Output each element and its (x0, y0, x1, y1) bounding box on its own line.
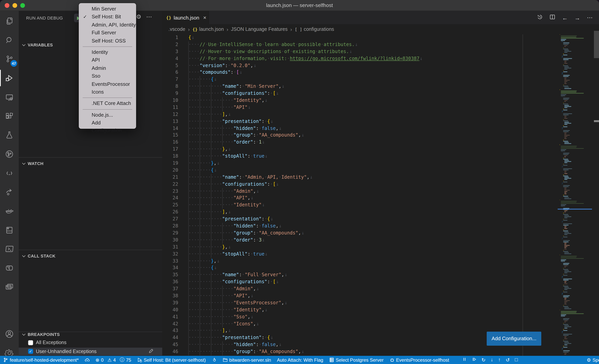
line-number[interactable]: 25 (162, 202, 178, 209)
breakpoint-row[interactable]: All Exceptions (19, 339, 162, 346)
breadcrumb-item[interactable]: [ ]configurations (295, 27, 334, 32)
code-line[interactable]: 21············"name":·"Admin,·API,·Ident… (162, 174, 599, 181)
line-number[interactable]: 19 (162, 160, 178, 167)
code-line[interactable]: 9············"configurations":·[↓ (162, 90, 599, 97)
code-line[interactable]: 37················"Admin",↓ (162, 285, 599, 293)
activity-powershell-icon[interactable] (0, 240, 19, 258)
line-number[interactable]: 41 (162, 313, 178, 320)
line-number[interactable]: 22 (162, 181, 178, 188)
menu-item-min-server[interactable]: Min Server (79, 5, 136, 13)
debug-step-out-icon[interactable]: ↑ (498, 357, 501, 363)
line-number[interactable]: 1 (162, 34, 178, 41)
line-number[interactable]: 40 (162, 306, 178, 313)
line-number[interactable]: 16 (162, 139, 178, 146)
activity-search-icon[interactable] (0, 31, 19, 49)
debug-step-into-icon[interactable]: ↓ (491, 357, 493, 363)
line-number[interactable]: 43 (162, 328, 178, 335)
tab-launch-json[interactable]: {} launch.json × (162, 11, 209, 24)
timeline-history-icon[interactable] (537, 14, 543, 21)
code-line[interactable]: 32············"stopAll":·true↓ (162, 251, 599, 258)
code-line[interactable]: 12············],↓ (162, 111, 599, 118)
line-number[interactable]: 30 (162, 237, 178, 244)
activity-extensions-icon[interactable] (0, 107, 19, 125)
activity-testing-icon[interactable] (0, 126, 19, 144)
activity-containers-icon[interactable] (0, 221, 19, 239)
section-variables[interactable]: VARIABLES (23, 43, 53, 47)
debug-gear-icon[interactable]: ⚙ (136, 13, 141, 20)
code-line[interactable]: 34········{↓ (162, 265, 599, 272)
line-number[interactable]: 6 (162, 69, 178, 76)
code-line[interactable]: 4····//·For·more·information,·visit:·htt… (162, 55, 599, 62)
line-number[interactable]: 36 (162, 279, 178, 285)
sidebar-more-icon[interactable]: ⋯ (146, 13, 152, 20)
line-number[interactable]: 2 (162, 41, 178, 48)
line-number[interactable]: 4 (162, 55, 178, 62)
line-number[interactable]: 7 (162, 76, 178, 83)
code-line[interactable]: 31············},↓ (162, 244, 599, 251)
activity-source-control-icon[interactable]: 47 (0, 50, 19, 69)
code-line[interactable]: 36············"configurations":·[↓ (162, 279, 599, 285)
menu-item-api[interactable]: API (79, 56, 136, 64)
line-number[interactable]: 28 (162, 223, 178, 230)
line-number[interactable]: 27 (162, 216, 178, 223)
menu-item-net-core-attach[interactable]: .NET Core Attach (79, 100, 136, 108)
editor-scrollbar[interactable] (594, 31, 599, 58)
line-number[interactable]: 37 (162, 285, 178, 293)
menu-item-identity[interactable]: Identity (79, 48, 136, 56)
debug-continue-icon[interactable] (472, 357, 476, 363)
section-breakpoints[interactable]: BREAKPOINTS (23, 332, 60, 337)
line-number[interactable]: 5 (162, 62, 178, 69)
line-number[interactable]: 8 (162, 83, 178, 90)
line-number[interactable]: 42 (162, 320, 178, 328)
activity-explorer-icon[interactable] (0, 12, 19, 30)
code-line[interactable]: 13············"presentation":·{↓ (162, 118, 599, 125)
line-number[interactable]: 18 (162, 153, 178, 160)
code-line[interactable]: 5····"version":·"0.2.0",↓ (162, 62, 599, 69)
menu-item-eventsprocessor[interactable]: EventsProcessor (79, 80, 136, 88)
navigate-forward-icon[interactable]: → (574, 14, 580, 21)
activity-accounts-icon[interactable] (0, 325, 19, 343)
code-line[interactable]: 3····//·Hover·to·view·descriptions·of·ex… (162, 48, 599, 55)
line-number[interactable]: 14 (162, 125, 178, 132)
breadcrumb-item[interactable]: .vscode (168, 27, 185, 32)
line-number[interactable]: 32 (162, 251, 178, 258)
line-number[interactable]: 45 (162, 341, 178, 348)
code-line[interactable]: 16················"order":·1↓ (162, 139, 599, 146)
code-line[interactable]: 29················"group":·"AA_compounds… (162, 230, 599, 237)
menu-item-full-server[interactable]: Full Server (79, 29, 136, 37)
publish-changes[interactable] (85, 357, 90, 363)
activity-braces-extension-icon[interactable] (0, 164, 19, 182)
flame-indicator[interactable] (211, 357, 217, 363)
activity-window-panels-icon[interactable] (0, 278, 19, 296)
code-line[interactable]: 8············"name":·"Min·Server",↓ (162, 83, 599, 90)
events-processor[interactable]: EventsProcessor-selfhost (389, 357, 449, 363)
code-line[interactable]: 30················"order":·3↓ (162, 237, 599, 244)
menu-item-self-host-bit[interactable]: ✓Self Host: Bit (79, 13, 136, 21)
code-line[interactable]: 26············],↓ (162, 209, 599, 216)
add-configuration-button[interactable]: Add Configuration... (487, 332, 541, 346)
code-line[interactable]: 11················"API"↓ (162, 104, 599, 111)
spell-checker[interactable]: ⚙Spell (587, 357, 599, 363)
code-line[interactable]: 1{↓ (162, 34, 599, 41)
code-line[interactable]: 15················"group":·"AA_compounds… (162, 132, 599, 139)
activity-remote-explorer-icon[interactable] (0, 88, 19, 107)
more-actions-icon[interactable]: ⋯ (587, 14, 593, 21)
edit-pencil-icon[interactable] (149, 348, 154, 355)
line-number[interactable]: 17 (162, 146, 178, 153)
git-branch[interactable]: feature/self-hosted-development* (3, 357, 79, 363)
line-number[interactable]: 34 (162, 265, 178, 272)
code-line[interactable]: 14················"hidden":·false,↓ (162, 125, 599, 132)
menu-item-self-host-oss[interactable]: Self Host: OSS (79, 37, 136, 45)
tab-close-icon[interactable]: × (203, 14, 206, 21)
code-line[interactable]: 27············"presentation":·{↓ (162, 216, 599, 223)
line-number[interactable]: 44 (162, 335, 178, 342)
code-line[interactable]: 18············"stopAll":·true↓ (162, 153, 599, 160)
code-line[interactable]: 46················"group":·"AA_compounds… (162, 348, 599, 355)
code-line[interactable]: 25················"Identity"↓ (162, 202, 599, 209)
line-number[interactable]: 10 (162, 97, 178, 104)
activity-run-and-debug-icon[interactable] (0, 69, 19, 87)
line-number[interactable]: 20 (162, 167, 178, 174)
code-editor[interactable]: 1{↓2····//·Use·IntelliSense·to·learn·abo… (162, 34, 599, 356)
auto-attach[interactable]: Auto Attach: With Flag (277, 357, 323, 363)
code-line[interactable]: 10················"Identity",↓ (162, 97, 599, 104)
